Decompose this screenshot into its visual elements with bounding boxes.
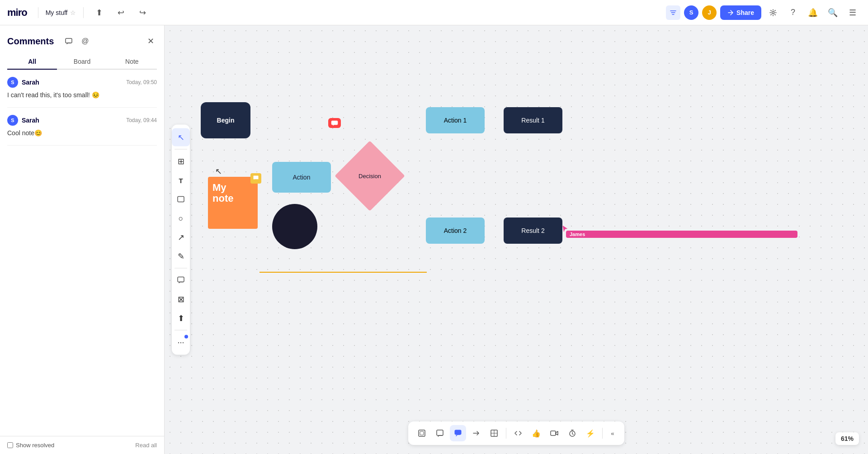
show-resolved-label[interactable]: Show resolved [7,442,54,449]
toolbar-separator2 [175,268,187,269]
comment-avatar: S [7,115,18,126]
mention-button[interactable]: @ [78,34,92,48]
star-icon[interactable]: ☆ [70,9,76,16]
svg-rect-18 [455,430,461,435]
tool-frame[interactable]: ⊞ [172,152,190,170]
comment-avatar: S [7,77,18,88]
notifications-button[interactable]: 🔔 [805,5,821,21]
tool-sticky[interactable] [172,190,190,208]
avatar-james[interactable]: J [702,5,717,20]
redo-button[interactable]: ↪ [134,5,151,21]
upload-button[interactable]: ⬆ [91,5,107,21]
node-action1[interactable]: Action 1 [426,107,485,133]
avatar-sarah[interactable]: S [684,5,698,20]
node-result2[interactable]: Result 2 [504,218,562,244]
svg-rect-22 [551,431,556,435]
bottom-toolbar: 👍 ⚡ « [408,421,624,445]
left-toolbar: ↖ ⊞ T ○ ↗ ✎ ⊠ ⬆ ··· [172,125,190,355]
comments-header: Comments @ ✕ All Board Note [0,25,164,70]
node-action1-label: Action 1 [444,117,467,124]
tool-comment[interactable] [172,271,190,289]
tool-arrow[interactable]: ↗ [172,228,190,246]
share-label: Share [736,9,754,16]
read-all-button[interactable]: Read all [135,442,157,449]
tool-pen[interactable]: ✎ [172,247,190,265]
miro-logo: miro [7,7,27,19]
node-action2[interactable]: Action 2 [426,218,485,244]
undo-button[interactable]: ↩ [113,5,129,21]
node-begin[interactable]: Begin [201,102,250,138]
node-action-label: Action [293,174,311,181]
comment-time: Today, 09:44 [126,117,157,123]
btool-timer[interactable] [564,425,580,441]
comment-author-name: Sarah [22,79,39,86]
toolbar-separator [175,149,187,150]
svg-rect-11 [178,277,184,282]
node-action[interactable]: Action [272,162,331,193]
comment-meta: S Sarah Today, 09:50 [7,77,157,88]
sticky-note[interactable]: Mynote [208,177,258,229]
svg-rect-12 [253,175,259,180]
node-result1[interactable]: Result 1 [504,107,562,133]
btool-embed[interactable] [510,425,526,441]
menu-button[interactable]: ☰ [844,5,861,21]
btool-video[interactable] [546,425,562,441]
dark-circle[interactable] [272,204,317,249]
btool-bolt[interactable]: ⚡ [582,425,599,441]
svg-point-0 [772,11,774,14]
tool-shape[interactable]: ○ [172,209,190,227]
node-action2-label: Action 2 [444,227,467,234]
zoom-indicator[interactable]: 61% [835,432,859,445]
comments-title-text: Comments [7,36,54,47]
tool-text[interactable]: T [172,171,190,189]
node-result2-label: Result 2 [521,227,544,234]
tab-board[interactable]: Board [57,54,107,70]
comment-view-button[interactable] [62,34,75,48]
comment-author: S Sarah [7,115,39,126]
topbar: miro My stuff ☆ ⬆ ↩ ↪ S J Share ? 🔔 🔍 ☰ [0,0,868,25]
comment-item: S Sarah Today, 09:50 I can't read this, … [7,70,157,108]
btool-like[interactable]: 👍 [528,425,544,441]
selection-line [259,272,427,273]
btool-sticky[interactable] [432,425,448,441]
comments-footer: Show resolved Read all [0,436,164,454]
comments-panel: Comments @ ✕ All Board Note [0,25,165,454]
toolbar-separator3 [175,330,187,331]
comments-title-row: Comments @ ✕ [7,34,157,48]
tool-crop[interactable]: ⊠ [172,290,190,308]
main-layout: Comments @ ✕ All Board Note [0,25,868,454]
comment-meta: S Sarah Today, 09:44 [7,115,157,126]
tool-select[interactable]: ↖ [172,128,190,147]
tool-more[interactable]: ··· [172,333,190,351]
james-cursor: James [561,224,797,235]
comment-author: S Sarah [7,77,39,88]
tab-note[interactable]: Note [107,54,157,70]
tool-upload[interactable]: ⬆ [172,309,190,327]
canvas-area[interactable]: Yes No ↖ ⊞ T ○ ↗ ✎ ⊠ ⬆ [165,25,868,454]
svg-rect-17 [437,430,443,435]
topbar-separator2 [83,7,84,18]
help-button[interactable]: ? [785,5,801,21]
board-title-text: My stuff [46,9,68,16]
settings-button[interactable] [765,5,781,21]
btool-table[interactable] [486,425,502,441]
comment-time: Today, 09:50 [126,79,157,85]
show-resolved-checkbox[interactable] [7,442,13,448]
topbar-separator [38,7,38,18]
show-resolved-text: Show resolved [16,442,54,449]
btool-arrows[interactable] [468,425,484,441]
filter-button[interactable] [666,5,680,20]
comment-bubble-red[interactable] [328,118,341,128]
tab-all[interactable]: All [7,54,57,70]
btool-frame[interactable] [414,425,430,441]
close-comments-button[interactable]: ✕ [144,35,157,47]
btool-comment[interactable] [450,425,466,441]
comment-text: I can't read this, it's too small! 😣 [7,90,157,100]
search-button[interactable]: 🔍 [825,5,841,21]
share-button[interactable]: Share [720,5,761,20]
comments-list: S Sarah Today, 09:50 I can't read this, … [0,70,164,436]
james-label: James [566,231,797,238]
comment-text: Cool note😊 [7,128,157,138]
btool-collapse[interactable]: « [606,425,619,441]
topbar-right: S J Share ? 🔔 🔍 ☰ [666,5,861,21]
